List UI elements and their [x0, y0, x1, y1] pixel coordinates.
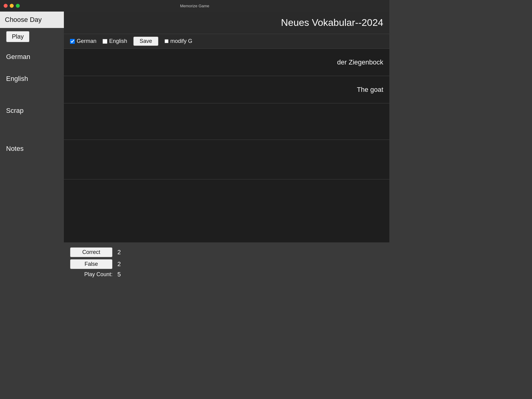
play-count-label: Play Count:: [71, 271, 113, 278]
correct-button[interactable]: Correct: [70, 247, 113, 257]
english-checkbox-label[interactable]: English: [103, 38, 127, 44]
save-button[interactable]: Save: [133, 36, 158, 46]
main-container: Choose Day Play German English Scrap Not…: [0, 12, 389, 283]
toolbar-row: German English Save modify G: [64, 34, 389, 49]
german-checkbox-label[interactable]: German: [70, 38, 96, 44]
choose-day-button[interactable]: Choose Day: [0, 12, 64, 28]
play-button[interactable]: Play: [6, 31, 30, 42]
english-value: The goat: [64, 76, 389, 103]
modify-text: modify G: [170, 38, 192, 44]
notes-row: [64, 140, 389, 179]
modify-checkbox[interactable]: [165, 39, 169, 43]
correct-row: Correct 2: [70, 247, 383, 257]
scrap-label: Scrap: [0, 107, 30, 115]
score-area: Correct 2 False 2 Play Count: 5: [64, 242, 389, 283]
minimize-button[interactable]: [10, 4, 14, 8]
play-count-row: Play Count: 5: [70, 271, 383, 278]
sidebar-labels: German English Scrap Notes: [0, 48, 64, 168]
titlebar: Memorize Game: [0, 0, 389, 12]
close-button[interactable]: [4, 4, 8, 8]
app-title: Memorize Game: [180, 4, 209, 8]
traffic-lights: [4, 4, 20, 8]
german-checkbox[interactable]: [70, 39, 75, 44]
notes-value: [64, 140, 389, 179]
false-value: 2: [117, 261, 121, 268]
content-header: Neues Vokabular--2024: [64, 12, 389, 34]
german-checkbox-text: German: [77, 38, 96, 44]
scrap-value: [64, 103, 389, 140]
maximize-button[interactable]: [16, 4, 20, 8]
english-checkbox-text: English: [109, 38, 127, 44]
correct-value: 2: [117, 249, 121, 256]
english-checkbox[interactable]: [103, 39, 107, 44]
sidebar: Choose Day Play German English Scrap Not…: [0, 12, 64, 283]
modify-label: modify G: [165, 38, 192, 44]
german-label: German: [0, 53, 36, 61]
scrap-row: [64, 103, 389, 140]
english-row: The goat: [64, 76, 389, 103]
content-area: Neues Vokabular--2024 German English Sav…: [64, 12, 389, 283]
false-row: False 2: [70, 259, 383, 269]
notes-label: Notes: [0, 145, 30, 153]
content-title: Neues Vokabular--2024: [281, 17, 383, 28]
english-sidebar-label: English: [0, 75, 34, 83]
german-value: der Ziegenbock: [64, 49, 389, 76]
german-row: der Ziegenbock: [64, 49, 389, 76]
false-button[interactable]: False: [70, 259, 113, 269]
play-count-value: 5: [117, 271, 121, 278]
